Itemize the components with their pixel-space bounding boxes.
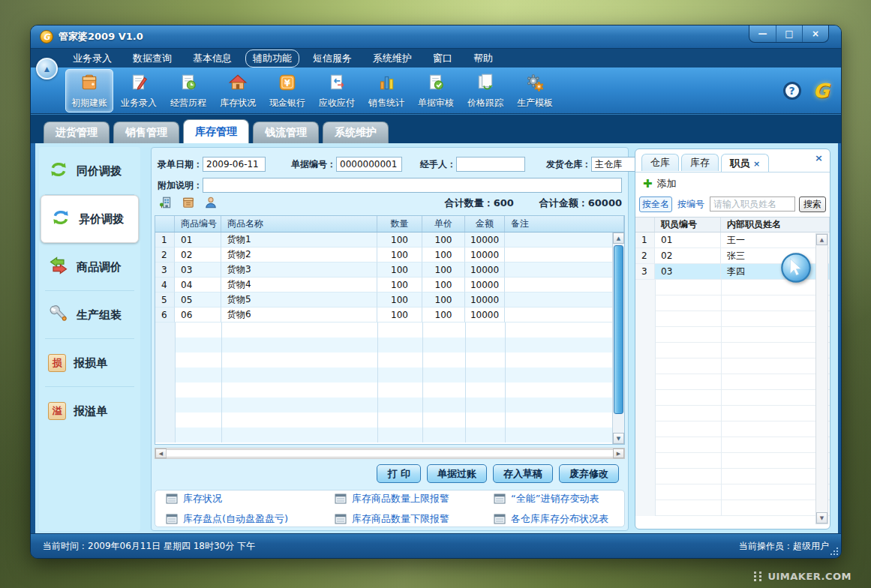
bill-entry-panel: 录单日期： 单据编号： 经手人： 发货仓库： 附加说明： [151, 147, 629, 531]
menu-item-basic-info[interactable]: 基本信息 [185, 50, 239, 68]
sidebar-item-price-adjust[interactable]: 商品调价 [39, 243, 140, 291]
toolbar-business-entry[interactable]: 业务录入 [115, 69, 163, 112]
help-button[interactable]: ? [783, 82, 801, 100]
brand-logo-icon[interactable]: G [813, 80, 829, 102]
staff-picker-icon[interactable] [204, 196, 218, 212]
toolbar-sales-stats[interactable]: 销售统计 [362, 69, 410, 112]
toolbar-business-history[interactable]: 经营历程 [164, 69, 212, 112]
date-input[interactable] [203, 157, 266, 172]
tab-purchase-mgmt[interactable]: 进货管理 [44, 122, 110, 143]
link-omni-flow-report[interactable]: “全能”进销存变动表 [494, 492, 624, 506]
empty-rows[interactable] [155, 322, 624, 442]
toolbar-init-account[interactable]: 初期建账 [65, 69, 113, 112]
bar-chart-icon [377, 73, 396, 95]
menu-bar: 业务录入 数据查询 基本信息 辅助功能 短信服务 系统维护 窗口 帮助 [31, 48, 841, 68]
tab-cashflow-mgmt[interactable]: 钱流管理 [253, 122, 319, 143]
menu-item-window[interactable]: 窗口 [425, 50, 460, 68]
watermark: UIMAKER.COM [754, 571, 851, 582]
menu-item-data-query[interactable]: 数据查询 [125, 50, 179, 68]
table-row[interactable]: 303货物310010010000 [155, 262, 624, 278]
doc-exchange-icon [327, 73, 347, 95]
toolbar-doc-audit[interactable]: 单据审核 [412, 69, 460, 112]
link-stocktake[interactable]: 库存盘点(自动盘盈盘亏) [166, 512, 335, 526]
post-button[interactable]: 单据过账 [427, 464, 487, 483]
header-unit-price: 单价 [422, 216, 465, 232]
sidebar-item-production-assembly[interactable]: 生产组装 [39, 291, 140, 339]
scrollbar-thumb[interactable] [614, 245, 623, 414]
sidebar-item-loss-report[interactable]: 损 报损单 [39, 339, 140, 387]
tab-close-icon[interactable]: × [753, 159, 760, 169]
menu-item-auxiliary[interactable]: 辅助功能 [245, 50, 299, 68]
menu-item-business-entry[interactable]: 业务录入 [65, 50, 119, 68]
doc-sync-icon [476, 73, 495, 95]
toolbar-price-tracking[interactable]: 价格跟踪 [461, 69, 509, 112]
resize-grip[interactable] [829, 546, 838, 555]
tab-inventory-mgmt[interactable]: 库存管理 [183, 119, 249, 143]
tab-sales-mgmt[interactable]: 销售管理 [113, 122, 179, 143]
staff-empty-rows[interactable] [635, 280, 830, 516]
toolbar-production-template[interactable]: 生产模板 [511, 69, 559, 112]
scroll-up-icon[interactable]: ▲ [613, 232, 624, 244]
table-row[interactable]: 505货物510010010000 [155, 292, 624, 308]
staff-row[interactable]: 101王一 [635, 232, 830, 248]
docno-input[interactable] [336, 157, 402, 172]
toolbar-receivable-payable[interactable]: 应收应付 [313, 69, 361, 112]
discard-button[interactable]: 废弃修改 [559, 464, 619, 483]
table-row[interactable]: 404货物410010010000 [155, 278, 624, 292]
table-row[interactable]: 202货物210010010000 [155, 248, 624, 262]
report-icon [494, 494, 506, 504]
print-button[interactable]: 打 印 [377, 464, 421, 483]
scroll-down-icon[interactable]: ▼ [613, 433, 624, 444]
handler-input[interactable] [456, 157, 525, 172]
search-button[interactable]: 搜索 [799, 196, 826, 212]
status-bar: 当前时间：2009年06月11日 星期四 18时30分 下午 当前操作员：超级用… [31, 533, 841, 558]
minimize-button[interactable]: — [749, 26, 776, 42]
staff-search-input[interactable] [710, 196, 795, 212]
toolbar-cash-bank[interactable]: ¥ 现金银行 [263, 69, 311, 112]
house-icon [228, 73, 248, 95]
sidebar-item-same-price-transfer[interactable]: 同价调拨 [39, 147, 140, 195]
scroll-down-icon[interactable]: ▼ [816, 512, 827, 524]
panel-close-icon[interactable]: × [815, 152, 823, 164]
app-window: G 管家婆2009 V1.0 — □ × 业务录入 数据查询 基本信息 辅助功能… [30, 25, 842, 559]
date-label: 录单日期： [158, 158, 203, 171]
link-qty-lower-alert[interactable]: 库存商品数量下限报警 [335, 512, 494, 526]
table-row[interactable]: 101货物110010010000 [155, 232, 624, 248]
tab-warehouse[interactable]: 仓库 [641, 154, 679, 171]
sidebar-item-diff-price-transfer[interactable]: 异价调拨 [41, 195, 139, 243]
scroll-right-icon[interactable]: ▶ [613, 448, 624, 458]
tab-system-maintain[interactable]: 系统维护 [323, 122, 389, 143]
report-links: 库存状况 库存商品数量上限报警 “全能”进销存变动表 库存盘点(自动盘盈盘亏) … [155, 490, 625, 527]
hscrollbar-thumb[interactable] [166, 449, 614, 458]
staff-scrollbar[interactable]: ▲ ▼ [815, 233, 828, 524]
tab-stock[interactable]: 库存 [681, 154, 719, 171]
menu-item-help[interactable]: 帮助 [466, 50, 500, 68]
filter-by-name[interactable]: 按全名 [639, 196, 672, 212]
warehouse-picker-icon[interactable] [159, 196, 173, 212]
add-staff-button[interactable]: ✚ 添加 [643, 177, 677, 190]
loss-stamp-icon: 损 [48, 354, 66, 372]
tab-staff[interactable]: 职员× [721, 154, 769, 172]
filter-by-code[interactable]: 按编号 [676, 197, 706, 212]
link-qty-upper-alert[interactable]: 库存商品数量上限报警 [335, 492, 494, 506]
link-inventory-status[interactable]: 库存状况 [166, 492, 335, 506]
horizontal-scrollbar[interactable]: ◀ ▶ [155, 448, 625, 459]
collapse-toolbar-button[interactable]: ▲ [36, 58, 58, 80]
scroll-up-icon[interactable]: ▲ [816, 234, 827, 245]
menu-item-system-maintain[interactable]: 系统维护 [365, 50, 419, 68]
sidebar-item-overflow-report[interactable]: 溢 报溢单 [39, 387, 140, 435]
menu-item-sms[interactable]: 短信服务 [305, 50, 359, 68]
warehouse-label: 发货仓库： [546, 158, 591, 171]
scroll-left-icon[interactable]: ◀ [155, 448, 167, 458]
table-row[interactable]: 606货物610010010000 [155, 308, 624, 322]
link-warehouse-distribution[interactable]: 各仓库库存分布状况表 [494, 512, 624, 526]
toolbar-inventory-status[interactable]: 库存状况 [214, 69, 262, 112]
note-input[interactable] [203, 178, 622, 193]
save-draft-button[interactable]: 存入草稿 [493, 464, 553, 483]
wrench-icon [48, 303, 69, 327]
total-amount: 合计金额：60000 [539, 196, 622, 210]
close-button[interactable]: × [802, 26, 828, 42]
vertical-scrollbar[interactable]: ▲ ▼ [612, 232, 624, 444]
product-picker-icon[interactable] [182, 196, 195, 212]
maximize-button[interactable]: □ [776, 26, 802, 42]
